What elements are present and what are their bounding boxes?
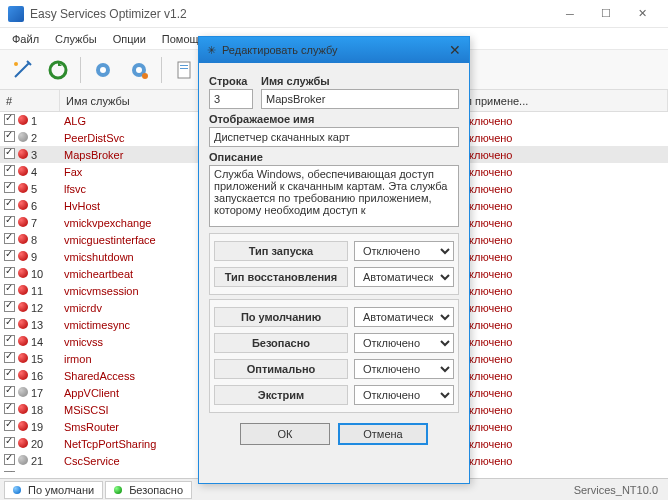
toolbar-separator — [161, 57, 162, 83]
tool-refresh-icon[interactable] — [42, 54, 74, 86]
row-checkbox[interactable] — [4, 284, 15, 295]
row-num: 4 — [31, 166, 37, 178]
service-status: тключено — [460, 336, 668, 348]
col-apply[interactable]: п примене... — [460, 90, 668, 111]
service-status: тключено — [460, 166, 668, 178]
status-dot-icon — [18, 234, 28, 244]
row-num: 2 — [31, 132, 37, 144]
row-num: 13 — [31, 319, 43, 331]
menu-options[interactable]: Опции — [105, 30, 154, 48]
svg-rect-7 — [178, 62, 190, 78]
row-checkbox[interactable] — [4, 199, 15, 210]
row-checkbox[interactable] — [4, 301, 15, 312]
row-checkbox[interactable] — [4, 250, 15, 261]
label-extreme: Экстрим — [214, 385, 348, 405]
status-dot-icon — [18, 421, 28, 431]
close-button[interactable]: ✕ — [624, 0, 660, 28]
col-num[interactable]: # — [0, 90, 60, 111]
desc-textarea[interactable]: Служба Windows, обеспечивающая доступ пр… — [209, 165, 459, 227]
row-checkbox[interactable] — [4, 454, 15, 465]
dialog-titlebar[interactable]: ✳ Редактировать службу ✕ — [199, 37, 469, 63]
label-recovery: Тип восстановления — [214, 267, 348, 287]
service-status: тключено — [460, 268, 668, 280]
status-dot-icon — [18, 404, 28, 414]
service-status: тключено — [460, 472, 668, 473]
status-dot-icon — [18, 438, 28, 448]
row-num: 1 — [31, 115, 37, 127]
row-checkbox[interactable] — [4, 131, 15, 142]
minimize-button[interactable]: ─ — [552, 0, 588, 28]
tool-wand-icon[interactable] — [6, 54, 38, 86]
row-checkbox[interactable] — [4, 165, 15, 176]
dialog-close-icon[interactable]: ✕ — [449, 42, 461, 58]
row-checkbox[interactable] — [4, 216, 15, 227]
menu-file[interactable]: Файл — [4, 30, 47, 48]
tab-safe[interactable]: Безопасно — [105, 481, 192, 499]
service-status: тключено — [460, 353, 668, 365]
row-num: 15 — [31, 353, 43, 365]
row-checkbox[interactable] — [4, 318, 15, 329]
status-dot-icon — [18, 387, 28, 397]
svg-point-6 — [142, 73, 148, 79]
row-checkbox[interactable] — [4, 369, 15, 380]
row-num: 9 — [31, 251, 37, 263]
menu-services[interactable]: Службы — [47, 30, 105, 48]
toolbar-separator — [80, 57, 81, 83]
row-checkbox[interactable] — [4, 182, 15, 193]
row-num: 20 — [31, 438, 43, 450]
label-safe: Безопасно — [214, 333, 348, 353]
status-dot-icon — [18, 455, 28, 465]
app-icon — [8, 6, 24, 22]
status-dot-icon — [18, 200, 28, 210]
name-input[interactable] — [261, 89, 459, 109]
label-desc: Описание — [209, 151, 459, 163]
row-num: 14 — [31, 336, 43, 348]
recovery-select[interactable]: Автоматически — [354, 267, 454, 287]
row-num: 17 — [31, 387, 43, 399]
row-checkbox[interactable] — [4, 267, 15, 278]
row-input[interactable] — [209, 89, 253, 109]
row-num: 8 — [31, 234, 37, 246]
row-checkbox[interactable] — [4, 386, 15, 397]
ok-button[interactable]: ОК — [240, 423, 330, 445]
status-dot-icon — [18, 115, 28, 125]
edit-service-dialog: ✳ Редактировать службу ✕ Строка Имя служ… — [198, 36, 470, 484]
row-checkbox[interactable] — [4, 335, 15, 346]
row-num: 11 — [31, 285, 43, 297]
safe-select[interactable]: Отключено — [354, 333, 454, 353]
maximize-button[interactable]: ☐ — [588, 0, 624, 28]
tool-gear2-icon[interactable] — [123, 54, 155, 86]
service-status: тключено — [460, 115, 668, 127]
default-select[interactable]: Автоматически — [354, 307, 454, 327]
status-dot-icon — [18, 183, 28, 193]
tab-default[interactable]: По умолчани — [4, 481, 103, 499]
extreme-select[interactable]: Отключено — [354, 385, 454, 405]
row-checkbox[interactable] — [4, 437, 15, 448]
status-dot-icon — [18, 132, 28, 142]
svg-rect-8 — [180, 65, 188, 66]
row-checkbox[interactable] — [4, 420, 15, 431]
status-dot-icon — [18, 319, 28, 329]
service-status: тключено — [460, 455, 668, 467]
label-default: По умолчанию — [214, 307, 348, 327]
startup-select[interactable]: Отключено — [354, 241, 454, 261]
status-dot-icon — [18, 217, 28, 227]
row-checkbox[interactable] — [4, 233, 15, 244]
row-checkbox[interactable] — [4, 352, 15, 363]
tool-doc-icon[interactable] — [168, 54, 200, 86]
optimal-select[interactable]: Отключено — [354, 359, 454, 379]
row-num: 10 — [31, 268, 43, 280]
label-row: Строка — [209, 75, 253, 87]
service-status: тключено — [460, 370, 668, 382]
cancel-button[interactable]: Отмена — [338, 423, 428, 445]
status-dot-icon — [18, 370, 28, 380]
row-checkbox[interactable] — [4, 403, 15, 414]
row-checkbox[interactable] — [4, 114, 15, 125]
tool-gear1-icon[interactable] — [87, 54, 119, 86]
display-input[interactable] — [209, 127, 459, 147]
row-checkbox[interactable] — [4, 148, 15, 159]
status-dot-icon — [18, 336, 28, 346]
service-status: тключено — [460, 302, 668, 314]
status-dot-icon — [18, 268, 28, 278]
row-checkbox[interactable] — [4, 471, 15, 472]
